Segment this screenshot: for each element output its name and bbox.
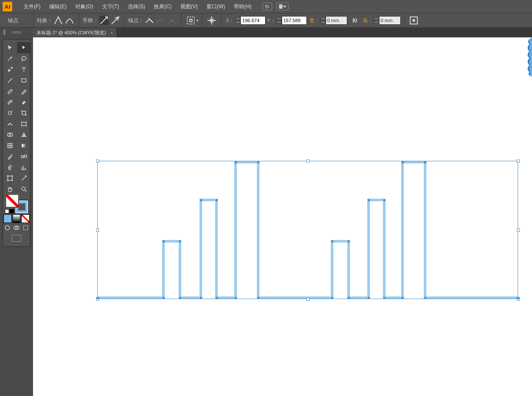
- path-anchor[interactable]: [235, 297, 237, 299]
- path-anchor[interactable]: [235, 161, 237, 163]
- line-tool[interactable]: [3, 75, 17, 86]
- width-tool[interactable]: [3, 118, 17, 129]
- path-anchor[interactable]: [383, 199, 386, 201]
- draw-inside[interactable]: [21, 223, 30, 233]
- close-tab-icon[interactable]: ×: [110, 30, 113, 35]
- menu-edit[interactable]: 编辑(E): [45, 0, 71, 13]
- rotate-tool[interactable]: [3, 107, 17, 118]
- link-wh-icon[interactable]: [349, 16, 359, 25]
- align-to-artboard-icon[interactable]: [409, 16, 419, 25]
- connect-anchor-icon[interactable]: [156, 16, 166, 25]
- rectangle-tool[interactable]: [17, 75, 31, 86]
- show-handles-icon[interactable]: [99, 16, 109, 25]
- bbox-handle-s[interactable]: [306, 298, 309, 301]
- perspective-grid-tool[interactable]: [17, 129, 31, 140]
- hide-handles-icon[interactable]: [110, 16, 120, 25]
- type-tool[interactable]: [17, 64, 31, 75]
- path-anchor[interactable]: [424, 297, 426, 299]
- path-anchor[interactable]: [383, 297, 386, 299]
- w-stepper[interactable]: [320, 16, 326, 25]
- menu-view[interactable]: 视图(V): [176, 0, 202, 13]
- bbox-handle-nw[interactable]: [96, 160, 99, 163]
- path-anchor[interactable]: [368, 199, 370, 201]
- mesh-tool[interactable]: [3, 140, 17, 151]
- eyedropper-tool[interactable]: [3, 151, 17, 162]
- convert-corner-icon[interactable]: [53, 16, 63, 25]
- remove-anchor-icon[interactable]: [145, 16, 154, 25]
- path-anchor[interactable]: [163, 297, 165, 299]
- menu-effect[interactable]: 效果(C): [150, 0, 176, 13]
- screen-mode-button[interactable]: [3, 233, 30, 244]
- fill-swatch[interactable]: [6, 194, 19, 207]
- path-anchor[interactable]: [163, 240, 165, 243]
- path-anchor[interactable]: [424, 161, 426, 163]
- column-graph-tool[interactable]: [17, 162, 31, 173]
- gradient-tool[interactable]: [17, 140, 31, 151]
- x-stepper[interactable]: [235, 16, 240, 25]
- workspace-switcher[interactable]: [276, 3, 289, 10]
- menu-window[interactable]: 窗口(W): [202, 0, 229, 13]
- magic-wand-tool[interactable]: [3, 53, 17, 64]
- bbox-handle-e[interactable]: [517, 229, 520, 232]
- artboard-tool[interactable]: [3, 173, 17, 183]
- menu-help[interactable]: 帮助(H): [229, 0, 256, 13]
- reflect-tool[interactable]: [17, 107, 31, 118]
- direct-selection-tool[interactable]: [17, 42, 31, 53]
- path-anchor[interactable]: [200, 297, 202, 299]
- convert-smooth-icon[interactable]: [65, 16, 74, 25]
- h-field[interactable]: 0 mm: [379, 16, 401, 25]
- default-fs-icon[interactable]: [5, 209, 9, 213]
- slice-tool[interactable]: [17, 173, 31, 183]
- path-anchor[interactable]: [348, 297, 350, 299]
- menu-file[interactable]: 文件(F): [19, 0, 45, 13]
- x-field[interactable]: 196.674: [240, 16, 266, 25]
- path-anchor[interactable]: [348, 240, 350, 243]
- selection-tool[interactable]: [3, 42, 17, 53]
- bbox-handle-w[interactable]: [96, 229, 99, 232]
- path-anchor[interactable]: [402, 297, 404, 299]
- bridge-button[interactable]: Br: [263, 3, 272, 10]
- w-field[interactable]: 0 mm: [326, 16, 347, 25]
- path-anchor[interactable]: [402, 161, 404, 163]
- path-anchor[interactable]: [200, 199, 202, 201]
- path-anchor[interactable]: [96, 297, 99, 299]
- y-stepper[interactable]: [276, 16, 282, 25]
- swap-fs-icon[interactable]: [10, 209, 14, 213]
- draw-normal[interactable]: [3, 223, 12, 233]
- menu-select[interactable]: 选择(S): [123, 0, 150, 13]
- fill-stroke-swatches[interactable]: [3, 194, 30, 214]
- path-anchor[interactable]: [257, 161, 259, 163]
- document-tab[interactable]: 未标题-1* @ 400% (CMYK/预览) ×: [33, 28, 116, 37]
- align-pixel-icon[interactable]: [207, 16, 216, 25]
- path-anchor[interactable]: [216, 297, 218, 299]
- path-anchor[interactable]: [368, 297, 370, 299]
- pen-tool[interactable]: [3, 64, 17, 75]
- path-anchor[interactable]: [331, 297, 333, 299]
- bbox-handle-ne[interactable]: [517, 160, 520, 163]
- path-anchor[interactable]: [257, 297, 259, 299]
- canvas[interactable]: [33, 37, 532, 396]
- path-anchor[interactable]: [216, 199, 218, 201]
- mode-color[interactable]: [3, 214, 12, 223]
- path-anchor[interactable]: [179, 297, 181, 299]
- path-anchor[interactable]: [517, 297, 519, 299]
- hand-tool[interactable]: [3, 183, 17, 194]
- shape-builder-tool[interactable]: [3, 129, 17, 140]
- eraser-tool[interactable]: [17, 97, 31, 107]
- symbol-sprayer-tool[interactable]: [3, 162, 17, 173]
- h-stepper[interactable]: [374, 16, 379, 25]
- mode-none[interactable]: [21, 214, 30, 223]
- panel-collapse-grip[interactable]: [0, 28, 33, 37]
- pencil-tool[interactable]: [17, 86, 31, 97]
- path-anchor[interactable]: [331, 240, 333, 243]
- mode-gradient[interactable]: [13, 214, 21, 223]
- lasso-tool[interactable]: [17, 53, 31, 64]
- isolate-icon[interactable]: [186, 16, 196, 25]
- blob-brush-tool[interactable]: [3, 97, 17, 107]
- draw-behind[interactable]: [12, 223, 21, 233]
- blend-tool[interactable]: [17, 151, 31, 162]
- zoom-tool[interactable]: [17, 183, 31, 194]
- y-field[interactable]: 157.589: [282, 16, 307, 25]
- path-anchor[interactable]: [179, 240, 181, 243]
- menu-object[interactable]: 对象(O): [71, 0, 97, 13]
